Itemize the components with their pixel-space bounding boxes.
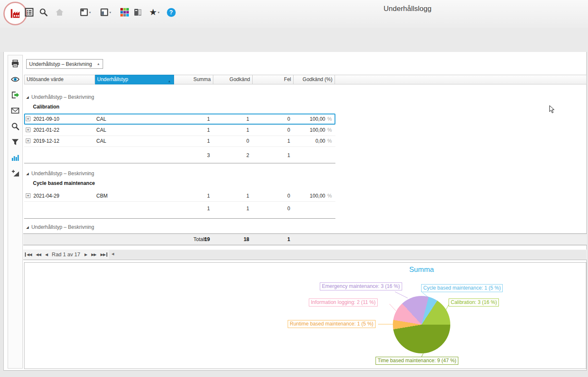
row-expand-icon[interactable]: + — [26, 138, 30, 143]
tab-strip: Selektering Lista — [0, 28, 588, 52]
pie-label-information: Information logging: 2 (11 %) — [309, 298, 378, 306]
menu-list-icon — [24, 8, 34, 17]
column-header-filler — [335, 75, 587, 84]
find-button[interactable] — [11, 122, 20, 131]
top-toolbar: ▼ ▼ ★ ▼ ? Underhållslogg — [0, 0, 588, 28]
group-header[interactable]: ◢Underhållstyp – Beskrivning — [26, 223, 94, 231]
table-row[interactable]: + 2021-04-29 CBM 1 1 0 100,00 % — [24, 190, 335, 202]
printer-icon — [11, 59, 20, 68]
help-icon: ? — [167, 8, 176, 17]
eye-icon — [11, 75, 20, 84]
scroll-left-icon: ◀ — [112, 252, 114, 256]
column-header-type[interactable]: Underhållstyp ▲ — [95, 75, 174, 84]
bar-chart-icon — [11, 153, 20, 162]
row-expand-icon[interactable]: + — [26, 193, 30, 198]
totals-sum: 19 — [151, 234, 210, 245]
table-row[interactable]: + 2021-01-22 CAL 1 1 0 100,00 % — [24, 125, 335, 136]
totals-row: Totalt: 19 18 1 — [23, 233, 587, 245]
annotate-icon — [11, 168, 20, 178]
book-icon — [133, 8, 143, 17]
color-grid-button[interactable] — [119, 7, 130, 18]
horizontal-scrollbar[interactable]: ◀ — [109, 250, 586, 259]
chart-button[interactable] — [11, 153, 20, 162]
group-value: Calibration — [33, 103, 60, 111]
group-expanded-icon: ◢ — [26, 225, 29, 229]
column-header-trigger[interactable]: Utlösande värde — [24, 75, 95, 84]
panel-layout-button[interactable]: ▼ — [98, 7, 113, 18]
side-toolbar — [8, 55, 23, 369]
home-button[interactable] — [54, 7, 65, 18]
group-value: Cycle based maintenance — [33, 179, 95, 187]
group-separator — [24, 218, 335, 219]
sort-asc-icon: ▲ — [97, 62, 100, 66]
column-header-sum[interactable]: Summa — [174, 75, 213, 84]
panel-layout-icon — [100, 8, 109, 17]
group-subtotal-row: 3 2 1 — [24, 150, 335, 161]
column-header-error[interactable]: Fel — [253, 75, 294, 84]
group-by-label: Underhållstyp – Beskrivning — [29, 61, 93, 67]
color-grid-icon — [120, 8, 129, 17]
group-expanded-icon: ◢ — [26, 95, 29, 99]
row-expand-icon[interactable]: + — [26, 127, 30, 132]
star-icon: ★ — [149, 8, 157, 16]
help-button[interactable]: ? — [166, 7, 177, 18]
export-button[interactable] — [11, 90, 20, 100]
group-expanded-icon: ◢ — [26, 172, 29, 176]
totals-error: 1 — [249, 234, 290, 245]
sort-asc-icon: ▲ — [168, 77, 171, 86]
pager-row-status: Rad 1 av 17 — [50, 252, 82, 258]
search-icon — [11, 122, 20, 131]
window-layout-button[interactable]: ▼ — [78, 7, 93, 18]
pie-callout-lines — [24, 262, 586, 369]
print-button[interactable] — [11, 59, 20, 68]
pie-label-emergency: Emergency maintenance: 3 (16 %) — [320, 282, 402, 290]
pager-last-button[interactable]: ▶▶ — [98, 252, 107, 257]
group-by-button[interactable]: Underhållstyp – Beskrivning ▲ — [26, 59, 103, 69]
column-header-approved[interactable]: Godkänd — [213, 75, 253, 84]
window-layout-icon — [79, 8, 89, 17]
group-separator — [24, 163, 335, 163]
dropdown-caret-icon: ▼ — [109, 11, 112, 14]
totals-approved: 18 — [210, 234, 249, 245]
page-title: Underhållslogg — [384, 5, 431, 13]
pager-prev-button[interactable]: ◀ — [43, 252, 50, 257]
pie-label-time: Time based maintenance: 9 (47 %) — [376, 357, 458, 365]
search-button[interactable] — [38, 7, 49, 18]
favorites-button[interactable]: ★ ▼ — [147, 7, 162, 18]
filter-icon — [11, 137, 20, 146]
pie-label-cycle: Cycle based maintenance: 1 (5 %) — [421, 284, 503, 292]
row-expand-icon[interactable]: + — [26, 117, 30, 121]
pager-next-button[interactable]: ▶ — [82, 252, 89, 257]
mouse-cursor — [549, 105, 555, 114]
pager-bar: ◀◀ ◀◀ ◀ Rad 1 av 17 ▶ ▶▶ ▶▶ ◀ — [23, 250, 587, 260]
pager-rewind-button[interactable]: ◀◀ — [34, 252, 43, 257]
mail-button[interactable] — [11, 106, 20, 115]
pager-forward-button[interactable]: ▶▶ — [89, 252, 98, 257]
column-header-approved-pct[interactable]: Godkänd (%) — [294, 75, 335, 84]
home-icon — [55, 8, 64, 17]
preview-button[interactable] — [11, 75, 20, 84]
annotate-button[interactable] — [11, 168, 20, 178]
pager-first-button[interactable]: ◀◀ — [25, 252, 34, 257]
dropdown-caret-icon: ▼ — [157, 11, 160, 14]
table-row[interactable]: + 2021-09-10 CAL 1 1 0 100,00 % — [24, 114, 335, 125]
pie-label-runtime: Runtime based maintenance: 1 (5 %) — [288, 320, 376, 328]
search-icon — [39, 8, 48, 17]
export-icon — [11, 90, 20, 100]
envelope-icon — [11, 106, 20, 115]
factory-logo-icon — [7, 5, 24, 22]
group-header[interactable]: ◢Underhållstyp – Beskrivning — [26, 170, 94, 177]
pie-label-calibration: Calibration: 3 (16 %) — [449, 298, 499, 306]
documentation-button[interactable] — [132, 7, 144, 18]
menu-list-button[interactable] — [24, 7, 35, 18]
group-subtotal-row: 1 1 0 — [24, 203, 335, 214]
group-header[interactable]: ◢Underhållstyp – Beskrivning — [26, 93, 94, 101]
dropdown-caret-icon: ▼ — [89, 11, 92, 14]
filter-button[interactable] — [11, 137, 20, 146]
table-row[interactable]: + 2019-12-12 CAL 1 0 1 0,00 % — [24, 136, 335, 147]
